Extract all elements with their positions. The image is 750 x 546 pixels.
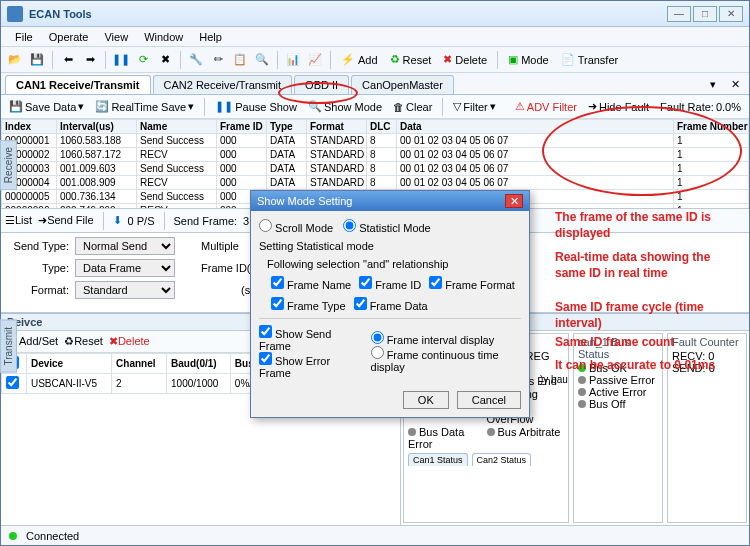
cb-show-send[interactable]: Show Send Frame <box>259 328 331 352</box>
delete-button[interactable]: ✖Delete <box>438 51 492 68</box>
ok-button[interactable]: OK <box>403 391 449 409</box>
table-row[interactable]: 00000003001.009.603Send Success000DATAST… <box>2 162 749 176</box>
cb-frame-format[interactable]: Frame Format <box>429 276 515 291</box>
tab-canopen[interactable]: CanOpenMaster <box>351 75 454 94</box>
dialog-title: Show Mode Setting <box>257 195 505 207</box>
hide-fault-button[interactable]: ➜Hide Fault <box>584 98 653 115</box>
grid-header[interactable]: DLC <box>367 120 397 134</box>
pause-show-button[interactable]: ❚❚Pause Show <box>211 98 301 115</box>
app-title: ECAN Tools <box>29 8 665 20</box>
tab-menu-icon[interactable]: ▾ <box>703 74 723 94</box>
send-frame-label: Send Frame: <box>174 215 238 227</box>
anno-l4: Same ID frame count <box>555 335 735 351</box>
list-button[interactable]: ☰List <box>5 214 32 227</box>
transfer-button[interactable]: 📄Transfer <box>556 51 624 68</box>
maximize-button[interactable]: □ <box>693 6 717 22</box>
cb-frame-type[interactable]: Frame Type <box>271 297 346 312</box>
tool6-icon[interactable]: 📈 <box>305 50 325 70</box>
cb-frame-id[interactable]: Frame ID <box>359 276 421 291</box>
grid-header[interactable]: Type <box>267 120 307 134</box>
statusbar: Connected <box>1 525 749 545</box>
pause-icon[interactable]: ❚❚ <box>111 50 131 70</box>
setting-label: Setting Statistical mode <box>259 240 521 252</box>
minimize-button[interactable]: — <box>667 6 691 22</box>
grid-header[interactable]: Name <box>137 120 217 134</box>
can2-status-tab[interactable]: Can2 Status <box>472 453 532 466</box>
format-label: Format: <box>9 284 69 296</box>
send-type-label: Send Type: <box>9 240 69 252</box>
table-row[interactable]: 000000021060.587.172RECV000DATASTANDARD8… <box>2 148 749 162</box>
cb-frame-name[interactable]: Frame Name <box>271 276 351 291</box>
grid-header[interactable]: Frame Number <box>674 120 749 134</box>
app-icon <box>7 6 23 22</box>
clear-icon[interactable]: ✖ <box>155 50 175 70</box>
main-toolbar: 📂 💾 ⬅ ➡ ❚❚ ⟳ ✖ 🔧 ✏ 📋 🔍 📊 📈 ⚡Add ♻Reset ✖… <box>1 47 749 73</box>
type-select[interactable]: Data Frame <box>75 259 175 277</box>
ctrl-status-item: Bus Data Error <box>408 426 486 450</box>
device-check[interactable] <box>2 374 27 394</box>
table-row[interactable]: 000000011060.583.188Send Success000DATAS… <box>2 134 749 148</box>
send-type-select[interactable]: Normal Send <box>75 237 175 255</box>
grid-header[interactable]: Index <box>2 120 57 134</box>
table-row[interactable]: 00000004001.008.909RECV000DATASTANDARD80… <box>2 176 749 190</box>
status-dot-icon <box>9 532 17 540</box>
menu-window[interactable]: Window <box>136 29 191 45</box>
receive-side-tab[interactable]: Receive <box>0 140 17 190</box>
grid-header[interactable]: Format <box>307 120 367 134</box>
save-icon[interactable]: 💾 <box>27 50 47 70</box>
device-reset-button[interactable]: ♻Reset <box>64 335 103 348</box>
format-select[interactable]: Standard <box>75 281 175 299</box>
bus-status-item: Active Error <box>578 386 658 398</box>
can1-status-tab[interactable]: Can1 Status <box>408 453 468 466</box>
grid-header[interactable]: Frame ID <box>217 120 267 134</box>
clear-button[interactable]: 🗑Clear <box>389 99 436 115</box>
refresh-icon[interactable]: ⟳ <box>133 50 153 70</box>
tool4-icon[interactable]: 🔍 <box>252 50 272 70</box>
send-frame-count: 3 <box>243 215 249 227</box>
tool5-icon[interactable]: 📊 <box>283 50 303 70</box>
filter-button[interactable]: ▽Filter▾ <box>449 98 499 115</box>
menu-view[interactable]: View <box>96 29 136 45</box>
transmit-side-tab[interactable]: Transmit <box>0 320 17 373</box>
cb-show-error[interactable]: Show Error Frame <box>259 355 330 379</box>
mode-button[interactable]: ▣Mode <box>503 51 554 68</box>
tool3-icon[interactable]: 📋 <box>230 50 250 70</box>
device-delete-button[interactable]: ✖Delete <box>109 335 150 348</box>
add-button[interactable]: ⚡Add <box>336 51 383 68</box>
tool2-icon[interactable]: ✏ <box>208 50 228 70</box>
cb-frame-data[interactable]: Frame Data <box>354 297 428 312</box>
send-file-button[interactable]: ➜Send File <box>38 214 93 227</box>
tab-close-icon[interactable]: ✕ <box>725 74 745 94</box>
scroll-mode-radio[interactable]: Scroll Mode <box>259 219 333 234</box>
ps-display: 0 P/S <box>128 215 155 227</box>
realtime-save-button[interactable]: 🔄RealTime Save▾ <box>91 98 198 115</box>
menu-help[interactable]: Help <box>191 29 230 45</box>
tab-can2[interactable]: CAN2 Receive/Transmit <box>153 75 293 94</box>
tab-can1[interactable]: CAN1 Receive/Transmit <box>5 75 151 94</box>
back-icon[interactable]: ⬅ <box>58 50 78 70</box>
grid-header[interactable]: Data <box>397 120 674 134</box>
tab-obd[interactable]: OBD II <box>294 75 349 94</box>
radio-interval[interactable]: Frame interval display <box>371 334 495 346</box>
adv-filter-button[interactable]: ⚠ADV Filter <box>511 98 581 115</box>
grid-header[interactable]: Interval(us) <box>57 120 137 134</box>
show-mode-button[interactable]: 🔍Show Mode <box>304 98 386 115</box>
dialog-titlebar[interactable]: Show Mode Setting ✕ <box>251 191 529 211</box>
dialog-close-icon[interactable]: ✕ <box>505 194 523 208</box>
fwd-icon[interactable]: ➡ <box>80 50 100 70</box>
reset-button[interactable]: ♻Reset <box>385 51 437 68</box>
ctrl-status-item: Bus Arbitrate <box>487 426 565 450</box>
cancel-button[interactable]: Cancel <box>457 391 521 409</box>
stat-mode-radio[interactable]: Statisticl Mode <box>343 219 431 234</box>
open-icon[interactable]: 📂 <box>5 50 25 70</box>
anno-l2: Real-time data showing the same ID in re… <box>555 250 735 281</box>
save-data-button[interactable]: 💾Save Data▾ <box>5 98 88 115</box>
menu-operate[interactable]: Operate <box>41 29 97 45</box>
anno-l3: Same ID frame cycle (time interval) <box>555 300 735 331</box>
status-text: Connected <box>26 530 79 542</box>
tool1-icon[interactable]: 🔧 <box>186 50 206 70</box>
close-button[interactable]: ✕ <box>719 6 743 22</box>
menu-file[interactable]: File <box>7 29 41 45</box>
radio-continuous[interactable]: Frame continuous time display <box>371 349 499 373</box>
following-label: Following selection "and" relationship <box>259 258 521 270</box>
